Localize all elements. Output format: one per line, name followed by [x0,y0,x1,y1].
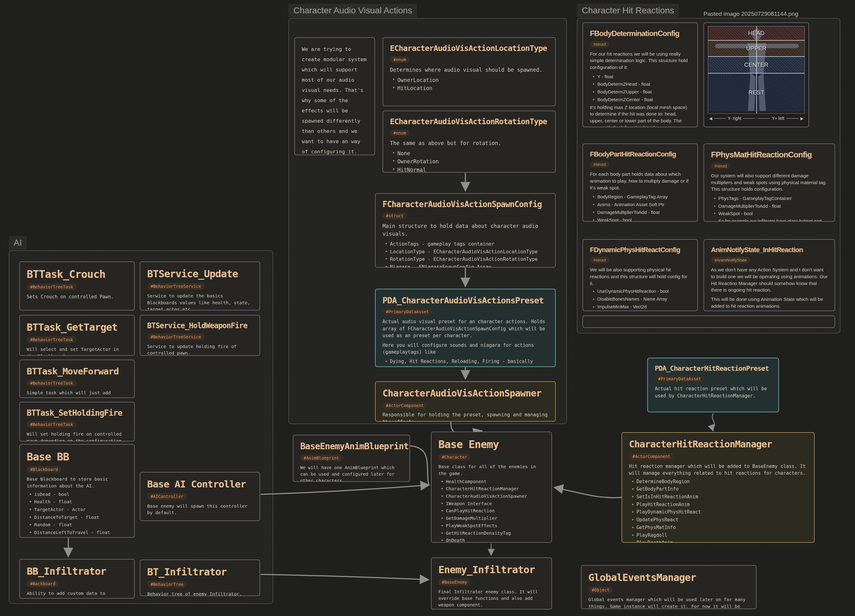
bullet-icon: • [711,210,719,218]
card-fphysmathitreactionconfig[interactable]: FPhysMatHitReactionConfig #struct Our sy… [703,143,835,222]
card-desc: Will set holding fire on controlled pawn… [27,431,127,441]
tag-badge: #struct [590,161,610,168]
bullet: HealthComponent [446,478,544,486]
tag-badge: #PrimaryDataAsset [383,308,432,315]
bullet-icon: • [711,203,719,210]
bullet: WeakSpot - bool [597,217,691,222]
card-echaracteraudiovisactionrotationtype[interactable]: ECharacterAudioVisActionRotationType #en… [383,110,556,173]
body-region-image: HEAD UPPER CENTER REST [708,26,805,113]
bullet: PlayHitReactionAnim [636,501,807,509]
empty-card[interactable] [582,316,835,328]
bullet: BodyDetermZUpper - float [597,89,691,96]
card-fdynamicphyshitreactconfig[interactable]: FDynamicPhysHitReactConfig #struct We wi… [582,239,698,311]
card-base-ai-controller[interactable]: Base AI Controller #AIController Base en… [140,472,260,521]
edge-aicontroller-to-baseenemy[interactable] [261,485,429,494]
card-title: ECharacterAudioVisActionLocationType [390,44,548,53]
axis-label-right: Y+ left [772,116,784,121]
card-desc: We will have one AnimBlueprint which can… [300,464,403,482]
card-desc: Actual audio visual preset for an charac… [383,318,548,339]
card-title: Base AI Controller [147,479,253,490]
edge-btinfiltrator-to-enemyinfiltrator[interactable] [261,575,428,580]
tag-badge: #BehaviorTreeTask [27,283,77,290]
bullet: DisableBonesNames - Name Array [597,296,691,303]
card-bttask-moveforward[interactable]: BTTask_MoveForward #BehaviorTreeTask Sim… [19,360,135,398]
bullet-icon: • [438,537,446,543]
card-baseenemyanimblueprint[interactable]: BaseEnemyAnimBlueprint #AnimBlueprint We… [293,435,410,482]
card-desc: Main structure to hold data about charac… [383,222,548,238]
bullet: PlayDynamicPhysHitReact [636,509,807,516]
card-echaracteraudiovisactionlocationtype[interactable]: ECharacterAudioVisActionLocationType #en… [383,37,556,106]
card-base-bb[interactable]: Base BB #Blackboard Base Blackboard to s… [19,444,135,538]
card-bttask-crouch[interactable]: BTTask_Crouch #BehaviorTreeTask Sets Cro… [19,261,135,311]
card-desc: Will select and set TargetActor in the B… [27,346,127,356]
bullet: BodyRegion - GameplayTag Array [597,193,691,201]
bullet-icon: • [438,501,446,508]
card-globaleventsmanager[interactable]: GlobalEventsManager #Object Global event… [581,565,757,609]
bullet-icon: • [383,248,390,256]
bullet: LocationType - ECharacterAudioVisActionL… [390,248,548,256]
card-enemy-infiltrator[interactable]: Enemy_Infiltrator #BaseEnemy Final Infil… [431,557,552,610]
bullet-icon: • [590,303,597,311]
canvas: Character Audio Visual Actions Character… [0,0,855,616]
card-characteraudiovisactionspawner[interactable]: CharacterAudioVisActionSpawner #ActorCom… [375,381,556,421]
tag-badge: #Character [438,454,470,460]
pasted-image-card[interactable]: HEAD UPPER CENTER REST ◀ Y- right Y+ lef… [703,22,809,127]
card-characterhitreactionmanager[interactable]: CharacterHitReactionManager #ActorCompon… [622,432,815,543]
bullet-icon: • [383,264,390,268]
bullet: RotationType - ECharacterAudioVisActionR… [390,256,548,263]
card-fbodyparthitreactionconfig[interactable]: FBodyPartHitReactionConfig #struct For e… [582,143,698,222]
group-label-ai[interactable]: AI [9,236,27,250]
edge-manager-to-baseenemy[interactable] [555,487,622,498]
card-desc: For each body part holds data about whic… [590,171,691,191]
bullet-icon: • [629,532,636,539]
edge-hitpreset-to-manager[interactable] [712,414,715,431]
card-title: BTTask_SetHoldingFire [27,409,127,418]
card-btservice-holdweaponfire[interactable]: BTService_HoldWeaponFire #BehaviorTreeSe… [140,315,260,356]
bullet: PhysTags - GameplayTagContainer [719,195,828,202]
card-animnotifystate-inhitreaction[interactable]: AnimNotifyState_InHitReaction #AnimNotif… [703,239,835,311]
bullet-icon: • [590,217,597,222]
bullet-icon: • [390,77,397,84]
pasted-image-caption[interactable]: Pasted image 20250729081144.png [703,11,798,17]
group-label-character-hit-reactions[interactable]: Character Hit Reactions [577,4,679,17]
bullet: ActionTags - gameplay tags container [390,241,548,248]
bullet: WeakSpot - bool [719,210,828,218]
bullet: GetDamageMultiplier [446,515,544,522]
group-label-character-audio-visual-actions[interactable]: Character Audio Visual Actions [288,4,417,17]
card-title: FBodyDeterminationConfig [590,29,691,38]
card-bb-infiltrator[interactable]: BB_Infiltrator #Backboard Ability to add… [19,559,135,599]
card-pda-characteraudiovisactionspreset[interactable]: PDA_CharacterAudioVisActionsPreset #Prim… [375,289,556,367]
tag-badge: #PrimaryDataAsset [655,375,705,382]
card-fbodydeterminationconfig[interactable]: FBodyDeterminationConfig #struct For our… [582,22,698,127]
bullet-icon: • [590,89,597,96]
card-title: BTService_HoldWeaponFire [147,322,253,330]
card-bttask-gettarget[interactable]: BTTask_GetTarget #BehaviorTreeTask Will … [19,315,135,356]
tag-badge: #Backboard [27,580,59,587]
bullet-icon: • [590,193,597,201]
tag-badge: #BehaviorTreeTask [27,336,77,343]
card-pda-characterhitreactionpreset[interactable]: PDA_CharacterHitReactionPreset #PrimaryD… [647,358,779,412]
tag-badge: #enum [390,56,409,63]
bullet: CharacterAudioVisActionSpawner [446,493,544,500]
bullet: Health - float [34,499,127,506]
card-title: PDA_CharacterHitReactionPreset [655,365,771,372]
card-intro-note[interactable]: We are trying to create modular system w… [294,37,375,155]
bullet-icon: • [27,491,34,498]
bullet: DistanceLeftToTravel - float [34,529,127,536]
card-btservice-update[interactable]: BTService_Update #BehaviorTreeService Se… [140,261,260,311]
card-base-enemy[interactable]: Base Enemy #Character Base class for all… [431,432,552,543]
bullet: Anims - Animation Asset Soft Ptr [597,201,691,208]
band-label-center: CENTER [744,61,768,68]
bullet-icon: • [590,96,597,103]
bullet-icon [711,218,719,222]
tag-badge: #BehaviorTreeService [147,334,205,340]
edge-animbp-to-baseenemy[interactable] [410,446,429,484]
bullet-icon: • [438,478,446,486]
bullet: Random - float [34,522,127,529]
bullet: OnDeath [446,537,544,543]
card-bttask-setholdingfire[interactable]: BTTask_SetHoldingFire #BehaviorTreeTask … [19,402,135,441]
card-desc: Base Blackboard to store basic informati… [27,476,127,490]
card-desc: Base class for all of the enemies in the… [438,464,544,477]
card-bt-infiltrator[interactable]: BT_Infiltrator #BehaviorTree Behavior tr… [140,559,260,596]
card-fcharacteraudiovisactionspawnconfig[interactable]: FCharacterAudioVisActionSpawnConfig #str… [375,193,556,268]
